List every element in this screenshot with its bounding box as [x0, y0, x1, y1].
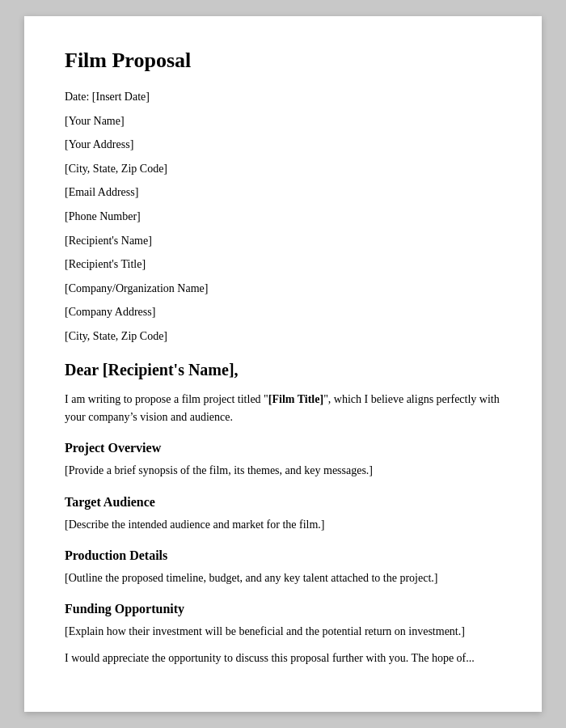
header-fields: Date: [Insert Date][Your Name][Your Addr…	[65, 89, 501, 345]
document-page: Film Proposal Date: [Insert Date][Your N…	[24, 16, 542, 712]
header-field-8: [Company/Organization Name]	[65, 281, 501, 297]
section-content-3: [Explain how their investment will be be…	[65, 623, 501, 641]
header-field-10: [City, State, Zip Code]	[65, 328, 501, 345]
intro-text-before: I am writing to propose a film project t…	[65, 393, 268, 405]
salutation: Dear [Recipient's Name],	[65, 361, 501, 379]
section-content-0: [Provide a brief synopsis of the film, i…	[65, 462, 501, 480]
section-heading-0: Project Overview	[65, 441, 501, 455]
header-field-7: [Recipient's Title]	[65, 256, 501, 273]
header-field-9: [Company Address]	[65, 304, 501, 320]
film-title-bold: [Film Title]	[268, 393, 323, 405]
sections-container: Project Overview[Provide a brief synopsi…	[65, 441, 501, 667]
section-content-4: I would appreciate the opportunity to di…	[65, 650, 501, 667]
header-field-5: [Phone Number]	[65, 209, 501, 225]
section-content-1: [Describe the intended audience and mark…	[65, 516, 501, 534]
header-field-6: [Recipient's Name]	[65, 233, 501, 249]
header-field-2: [Your Address]	[65, 137, 501, 153]
intro-paragraph: I am writing to propose a film project t…	[65, 391, 501, 427]
header-field-3: [City, State, Zip Code]	[65, 161, 501, 177]
header-field-4: [Email Address]	[65, 184, 501, 201]
section-heading-2: Production Details	[65, 548, 501, 563]
section-heading-1: Target Audience	[65, 495, 501, 510]
section-content-2: [Outline the proposed timeline, budget, …	[65, 569, 501, 587]
header-field-0: Date: [Insert Date]	[65, 89, 501, 105]
document-title: Film Proposal	[65, 49, 501, 73]
section-heading-3: Funding Opportunity	[65, 602, 501, 616]
header-field-1: [Your Name]	[65, 113, 501, 129]
